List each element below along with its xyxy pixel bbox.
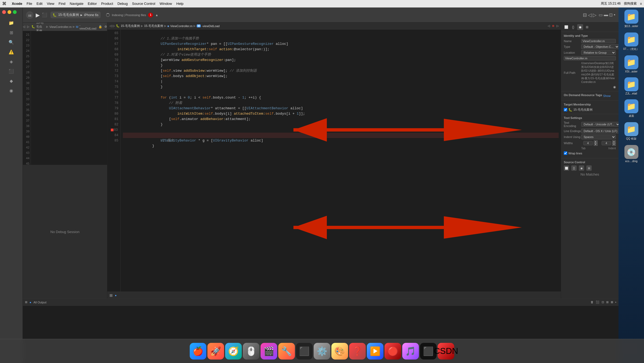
sc-icon-clock[interactable]: ◉ xyxy=(579,165,584,171)
editor-error-icon[interactable]: ⊗ xyxy=(552,24,554,28)
breadcrumb-method[interactable]: -viewDidLoad xyxy=(202,24,220,28)
dock-safari[interactable]: 🧭 xyxy=(225,343,242,360)
menubar-edit[interactable]: Edit xyxy=(36,2,42,6)
close-button[interactable] xyxy=(2,10,6,14)
location-select[interactable]: Relative to Group xyxy=(581,50,616,55)
editor-lock-icon[interactable]: 🔒 xyxy=(98,25,102,28)
rp-tab-file[interactable]: ⬜ xyxy=(563,24,569,30)
nav-report-icon[interactable]: ◉ xyxy=(7,86,15,95)
menubar-editor[interactable]: Editor xyxy=(88,2,97,6)
stop-button[interactable]: ⬛ xyxy=(42,12,47,17)
output-label[interactable]: All Output xyxy=(34,301,46,304)
show-button[interactable]: Show xyxy=(603,94,616,97)
editor-nav-forward[interactable]: ▷ xyxy=(557,24,559,28)
rp-tab-history[interactable]: ⊞ xyxy=(584,24,590,30)
nav-test-icon[interactable]: ◈ xyxy=(7,57,15,66)
indent-using-select[interactable]: Spaces xyxy=(581,135,616,139)
dock-sketch[interactable]: 🎨 xyxy=(331,343,348,360)
dock-launchpad[interactable]: 🚀 xyxy=(207,343,224,360)
menubar-help[interactable]: Help xyxy=(176,2,184,6)
desktop-icon-1[interactable]: 📁 第13...aster xyxy=(624,10,638,28)
menubar-file[interactable]: File xyxy=(27,2,32,6)
code-text[interactable]: // 1.添加一个拖拽手势 UIPanGestureRecognizer* pa… xyxy=(121,30,561,292)
menubar-navigate[interactable]: Navigate xyxy=(70,2,83,6)
view-toggle-buttons[interactable]: ⊟ ◁ ▷ xyxy=(583,12,597,18)
dock-play[interactable]: ▶️ xyxy=(367,343,383,360)
menubar-debug[interactable]: Debug xyxy=(118,2,128,6)
minimize-button[interactable] xyxy=(8,10,11,14)
menubar-search[interactable]: 搜狗搜索 xyxy=(624,1,637,6)
indent-width-up[interactable]: ▲ xyxy=(612,140,616,143)
dock-qqbrowser[interactable]: ❓ xyxy=(349,343,366,360)
menubar-source-control[interactable]: Source Control xyxy=(132,2,155,6)
output-mode-icon[interactable]: ● xyxy=(30,301,31,304)
desktop-icon-2[interactable]: 📁 07...（优化） xyxy=(623,32,639,51)
breadcrumb-forward[interactable]: ▷ xyxy=(113,24,115,28)
nav-source-icon[interactable]: ⊞ xyxy=(7,28,15,37)
nav-debug-icon[interactable]: ⬛ xyxy=(7,67,15,75)
sc-icon-file[interactable]: ⬜ xyxy=(564,165,569,171)
output-scroll-icon[interactable]: ⊡ xyxy=(602,300,604,304)
output-expand-icon[interactable]: ⊠ xyxy=(611,300,613,304)
breadcrumb-back[interactable]: ◁ xyxy=(109,24,112,28)
name-input[interactable] xyxy=(581,39,616,43)
indent-width-input[interactable] xyxy=(602,141,611,145)
nav-search-icon[interactable]: 🔍 xyxy=(7,38,15,46)
encoding-select[interactable]: Default - Unicode (UT... xyxy=(581,122,619,127)
rp-tab-identity[interactable]: ◉ xyxy=(577,24,583,30)
output-gear-icon[interactable]: ⊞ xyxy=(606,300,609,304)
type-select[interactable]: Default - Objective-C... xyxy=(581,44,619,49)
run-button[interactable]: ▶ xyxy=(36,12,40,18)
editor-settings-icon[interactable]: ⚙ xyxy=(104,25,107,28)
breadcrumb-project[interactable]: 15-毛毛虫案例 xyxy=(121,24,140,28)
menubar-find[interactable]: Find xyxy=(58,2,65,6)
indent-width-down[interactable]: ▼ xyxy=(612,143,616,146)
code-content[interactable]: 65 66 67 68 69 70 71 72 73 74 75 76 77 7… xyxy=(107,30,561,292)
dock-mouse[interactable]: 🖱️ xyxy=(243,343,259,360)
output-panel-toggle[interactable]: ⊞ xyxy=(25,300,27,304)
output-clear-icon[interactable]: 🗑 xyxy=(591,300,594,304)
menubar-window[interactable]: Window xyxy=(160,2,172,6)
dock-video[interactable]: 🎬 xyxy=(261,343,277,360)
dock-csdn[interactable]: CSDN xyxy=(438,343,454,360)
dock-finder[interactable]: 🍎 xyxy=(190,343,206,360)
scheme-selector[interactable]: 🐛 15-毛毛虫案例 ▶ iPhone 6s xyxy=(50,12,101,18)
navigator-toggle-btn[interactable]: ⚏ xyxy=(26,11,34,19)
target-checkbox[interactable] xyxy=(564,108,567,111)
output-split-icon[interactable]: ▪ xyxy=(615,300,616,304)
line-endings-select[interactable]: Default - OS X / Unix (LF) xyxy=(581,129,619,133)
sc-icon-branch[interactable]: {} xyxy=(571,165,577,171)
debug-nav-back[interactable]: ◁ xyxy=(23,25,25,28)
wrap-lines-checkbox[interactable] xyxy=(564,151,567,155)
dock-redapp[interactable]: 🔴 xyxy=(385,343,401,360)
dock-settings[interactable]: ⚙️ xyxy=(314,343,330,360)
debug-nav-forward[interactable]: ▷ xyxy=(27,25,29,28)
filename-input[interactable] xyxy=(564,56,616,60)
nav-warning-icon[interactable]: ⚠️ xyxy=(7,48,15,56)
fullpath-reveal-icon[interactable]: ◉ xyxy=(613,85,616,89)
maximize-button[interactable] xyxy=(13,10,17,14)
menubar-more[interactable]: ≡ xyxy=(640,2,642,6)
desktop-icon-7[interactable]: 💿 xco....dmg xyxy=(624,145,638,163)
layout-toggle[interactable]: ▭ ▬ ⊡ ▪ xyxy=(599,12,615,17)
tab-width-down[interactable]: ▼ xyxy=(594,143,598,146)
tab-width-up[interactable]: ▲ xyxy=(594,140,598,143)
rp-tab-quick[interactable]: {} xyxy=(570,24,576,30)
tab-width-input[interactable] xyxy=(583,141,593,145)
editor-nav-back[interactable]: ◁ xyxy=(548,24,550,28)
code-editor[interactable]: ◁ ▷ 🐛 15-毛毛虫案例 ▶ 15-毛毛虫案例 ▶ ■ ViewContro… xyxy=(107,23,561,299)
dock-terminal[interactable]: ⬛ xyxy=(296,343,313,360)
sc-icon-diff[interactable]: ⊞ xyxy=(586,165,592,171)
desktop-icon-4[interactable]: 📁 ZJL...etail xyxy=(624,77,638,95)
menubar-view[interactable]: View xyxy=(47,2,54,6)
output-pause-icon[interactable]: ⬛ xyxy=(596,300,599,304)
desktop-icon-6[interactable]: 📁 QQ 框架 xyxy=(624,122,638,141)
desktop-icon-3[interactable]: 📁 XSI...aster xyxy=(624,55,638,73)
menubar-xcode[interactable]: Xcode xyxy=(12,2,22,6)
apple-logo[interactable]: ⌘ xyxy=(2,1,6,6)
breadcrumb-project2[interactable]: 15-毛毛虫案例 xyxy=(144,24,163,28)
breadcrumb-file[interactable]: ViewController.m xyxy=(170,24,192,28)
editor-mode-icon[interactable]: ⊞ xyxy=(109,293,113,297)
nav-breakpoint-icon[interactable]: ◆ xyxy=(7,77,15,85)
nav-folder-icon[interactable]: 📁 xyxy=(7,19,15,27)
